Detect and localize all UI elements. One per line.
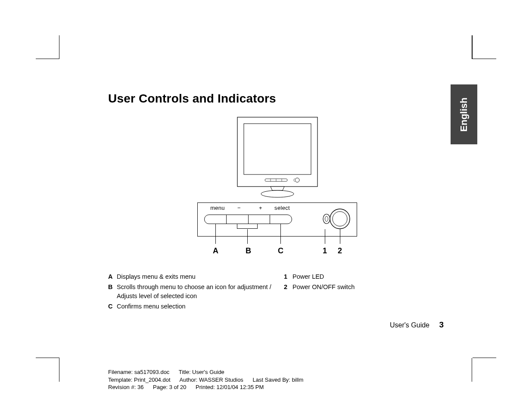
monitor-icon (197, 116, 357, 198)
docmeta-printed: Printed: 12/01/04 12:35 PM (196, 384, 264, 390)
callout-line-2 (340, 229, 340, 244)
legend-desc: Confirms menu selection (117, 302, 186, 311)
svg-rect-1 (244, 124, 311, 174)
page-footer: User's Guide 3 (390, 320, 444, 330)
power-assembly (323, 208, 351, 230)
menu-button (205, 215, 227, 224)
legend-desc: Scrolls through menu to choose an icon f… (117, 283, 272, 300)
callout-line-a (215, 224, 216, 244)
label-menu: menu (207, 205, 228, 211)
docmeta-author: Author: WASSER Studios (180, 377, 243, 383)
legend-item: A Displays menu & exits menu (108, 272, 272, 281)
callout-2: 2 (338, 246, 342, 255)
legend-left-column: A Displays menu & exits menu B Scrolls t… (108, 272, 272, 312)
legend-key: 2 (284, 283, 292, 291)
docmeta-line: Filename: sa517093.doc Title: User's Gui… (108, 368, 303, 376)
footer-page-number: 3 (439, 320, 444, 329)
callout-line-b (247, 229, 248, 244)
crop-mark (473, 358, 496, 358)
panel-button-group (204, 215, 292, 224)
svg-point-12 (325, 216, 328, 221)
callout-a: A (213, 246, 218, 255)
doc-metadata: Filename: sa517093.doc Title: User's Gui… (108, 368, 303, 391)
legend-desc: Power ON/OFF switch (292, 283, 355, 291)
docmeta-template: Template: Print_2004.dot (108, 377, 171, 383)
crop-mark (473, 59, 496, 59)
legend-right-column: 1 Power LED 2 Power ON/OFF switch (284, 272, 396, 293)
section-heading: User Controls and Indicators (108, 92, 276, 106)
legend-item: C Confirms menu selection (108, 302, 272, 311)
minus-button (227, 215, 249, 224)
footer-guide: User's Guide (390, 321, 429, 329)
label-select: select (271, 205, 293, 211)
docmeta-revision: Revision #: 36 (108, 384, 143, 390)
docmeta-page: Page: 3 of 20 (153, 384, 186, 390)
crop-mark (59, 358, 59, 382)
svg-point-7 (294, 179, 296, 181)
legend-desc: Power LED (292, 272, 324, 281)
panel-tray (237, 224, 258, 229)
legend-desc: Displays menu & exits menu (117, 272, 196, 281)
docmeta-line: Template: Print_2004.dot Author: WASSER … (108, 376, 303, 384)
label-plus: + (250, 205, 271, 211)
callout-line-1 (325, 229, 325, 244)
legend-item: 1 Power LED (284, 272, 396, 281)
legend-key: A (108, 272, 117, 281)
crop-mark (36, 59, 59, 59)
docmeta-saved-by: Last Saved By: billm (253, 377, 304, 383)
svg-point-8 (261, 190, 294, 197)
callout-1: 1 (323, 246, 327, 255)
monitor-diagram (197, 116, 357, 258)
panel-button-labels: menu − + select (207, 205, 293, 211)
language-tab: English (451, 84, 477, 144)
document-page: English User Controls and Indicators men… (0, 0, 532, 411)
callout-c: C (278, 246, 283, 255)
docmeta-line: Revision #: 36 Page: 3 of 20 Printed: 12… (108, 383, 303, 391)
select-button (270, 215, 292, 224)
plus-button (249, 215, 271, 224)
legend-item: 2 Power ON/OFF switch (284, 283, 396, 291)
crop-mark (472, 358, 472, 382)
legend-key: B (108, 283, 117, 300)
callout-b: B (246, 246, 251, 255)
crop-mark (472, 35, 473, 59)
svg-point-10 (333, 212, 347, 226)
docmeta-title: Title: User's Guide (179, 369, 224, 375)
callout-line-c (280, 224, 281, 244)
crop-mark (36, 358, 59, 358)
legend-key: C (108, 302, 117, 311)
legend-item: B Scrolls through menu to choose an icon… (108, 283, 272, 300)
label-minus: − (228, 205, 250, 211)
legend-key: 1 (284, 272, 292, 281)
crop-mark (59, 35, 59, 59)
docmeta-filename: Filename: sa517093.doc (108, 369, 169, 375)
crop-mark (472, 35, 472, 59)
svg-point-6 (295, 178, 299, 182)
language-label: English (458, 97, 470, 131)
